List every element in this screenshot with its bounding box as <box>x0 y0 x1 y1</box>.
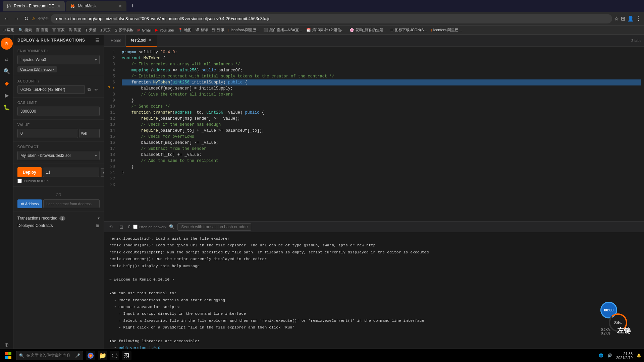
at-address-button[interactable]: At Address <box>17 199 42 208</box>
account-select[interactable]: 0x042...eDFcd (42 ether) <box>17 85 85 94</box>
tab-metamask[interactable]: 🦊 MetaMask ✕ <box>66 1 126 11</box>
bookmark-baixia[interactable]: 百百家 <box>52 27 65 33</box>
deploy-inline-dropdown[interactable]: ▾ <box>101 168 104 177</box>
bookmark-nba[interactable]: ⬛黑白直播—NBA直... <box>263 27 302 33</box>
contract-label: CONTRACT <box>17 145 100 149</box>
gas-limit-input[interactable] <box>17 107 100 116</box>
account-button[interactable]: 👤 <box>627 15 634 22</box>
sidebar-icon-solidity[interactable]: ◆ <box>1 78 12 88</box>
environment-info-icon[interactable]: ℹ <box>47 49 49 53</box>
back-button[interactable]: ← <box>3 14 11 23</box>
address-input[interactable] <box>51 14 612 23</box>
bookmark-search[interactable]: 🔍搜索 <box>18 27 32 33</box>
bookmark-star-button[interactable]: ☆ <box>614 15 619 22</box>
forward-button[interactable]: → <box>13 14 21 23</box>
status-circle-label: 00:00 <box>604 308 613 312</box>
bookmark-iconfont2[interactable]: IIconfont-阿里巴... <box>431 27 462 33</box>
deployed-contracts-delete-icon[interactable]: 🗑 <box>96 223 100 228</box>
publish-ipfs-checkbox[interactable] <box>17 179 22 183</box>
taskbar-icon-browser[interactable] <box>86 351 95 360</box>
tab-remix[interactable]: ⟨/⟩ Remix - Ethereum IDE ✕ <box>3 1 65 11</box>
line-numbers: 1 2 3 4 5 6 7 • 8 9 10 11 12 13 14 15 16… <box>104 47 119 221</box>
editor-tab-file[interactable]: test2.sol ✕ <box>126 35 157 47</box>
terminal-area: ⟲ ⊡ 0 listen on network 🔍 remix.loadgist… <box>104 221 644 362</box>
environment-select[interactable]: Injected Web3 <box>17 55 100 64</box>
editor-tabs: Home test2.sol ✕ 2 tabs <box>104 35 644 47</box>
listen-network-label[interactable]: listen on network <box>133 225 167 229</box>
bookmark-info[interactable]: 资资讯 <box>212 27 224 33</box>
terminal-clear-button[interactable]: ⟲ <box>107 224 115 230</box>
bookmark-tianmao[interactable]: T天猫 <box>85 27 96 33</box>
terminal-line-blank2 <box>109 284 639 290</box>
taskbar-search-box[interactable]: 🔍 在这里输入你搜索的内容 🎤 <box>16 351 83 360</box>
network-badge: Custom (15) network <box>17 66 57 72</box>
publish-ipfs-label[interactable]: Publish to IPFS <box>24 179 49 183</box>
deploy-panel-header: DEPLOY & RUN TRANSACTIONS ☰ <box>13 35 104 46</box>
transactions-row[interactable]: Transactions recorded 1 ▾ <box>17 215 100 222</box>
file-tab-close[interactable]: ✕ <box>148 38 152 43</box>
editor-tab-home[interactable]: Home <box>107 35 126 47</box>
remix-logo: R <box>1 38 13 50</box>
account-info-icon[interactable]: ℹ <box>38 79 39 83</box>
bookmark-icon-dl[interactable]: ⊡图标下载-ICON(S... <box>390 27 427 33</box>
speed-down: 0.2K/s <box>601 331 610 335</box>
unit-select[interactable]: wei gwei ether <box>79 129 100 138</box>
transactions-expand-icon[interactable]: ▾ <box>98 216 100 221</box>
sidebar-icon-deploy[interactable]: ▶ <box>1 90 12 101</box>
deploy-panel-menu-icon[interactable]: ☰ <box>95 38 100 43</box>
extensions-button[interactable]: ⊞ <box>621 15 625 22</box>
deploy-inline-input[interactable] <box>43 168 99 177</box>
terminal-toolbar: ⟲ ⊡ 0 listen on network 🔍 <box>104 222 644 232</box>
start-button[interactable] <box>3 350 13 361</box>
bookmark-gmail[interactable]: MGmail <box>138 28 152 32</box>
bookmark-flower[interactable]: 🌸花狗_阿你的生活... <box>350 27 386 33</box>
terminal-search-input[interactable] <box>177 223 251 231</box>
terminal-line-execute: remix.execute(filepath): Run the script … <box>109 249 639 255</box>
reload-button[interactable]: ↻ <box>23 14 30 23</box>
taskbar-icon-folder[interactable]: 📁 <box>98 351 107 360</box>
taskbar-notification-icon[interactable]: 🔔 <box>637 353 641 358</box>
deploy-button[interactable]: Deploy <box>17 167 42 177</box>
address-bar: ← → ↻ ⚠ 不安全 ☆ ⊞ 👤 ⋮ <box>0 12 644 25</box>
terminal-stop-button[interactable]: ⊡ <box>117 224 125 230</box>
taskbar-time: 21:38 2021/2/19 <box>616 352 633 360</box>
bookmark-apps[interactable]: ⊞应用 <box>3 27 14 33</box>
contract-select[interactable]: MyToken - browser/test2.sol <box>17 151 100 160</box>
metamask-tab-close[interactable]: ✕ <box>118 3 122 9</box>
bookmark-iconfont1[interactable]: IIconfont-阿里巴... <box>228 27 259 33</box>
bookmark-map[interactable]: 📍地图 <box>178 27 192 33</box>
bookmark-jd[interactable]: J京东 <box>100 27 111 33</box>
code-line-6: /* Initializes contract with initial sup… <box>122 73 641 79</box>
terminal-line-input: - Input a script directly in the command… <box>109 311 639 317</box>
menu-button[interactable]: ⋮ <box>636 15 641 22</box>
sidebar-icon-search[interactable]: 🔍 <box>1 66 12 76</box>
new-tab-button[interactable]: + <box>128 3 137 10</box>
account-copy-button[interactable]: ⧉ <box>86 85 92 94</box>
at-address-input[interactable] <box>43 199 100 208</box>
sidebar-icon-home[interactable]: ⌂ <box>1 54 12 64</box>
sidebar-icon-debug[interactable]: 🐛 <box>1 102 12 113</box>
app-layout: R ⌂ 🔍 ◆ ▶ 🐛 ⊕ ⚙ DEPLOY & RUN TRANSACTION… <box>0 35 644 362</box>
bookmark-youtube[interactable]: ▶YouTube <box>155 28 174 32</box>
remix-tab-close[interactable]: ✕ <box>57 3 61 9</box>
bookmark-suning[interactable]: S苏宁易购 <box>115 27 133 33</box>
bookmark-baidu[interactable]: 百百度 <box>36 27 48 33</box>
environment-select-wrapper: Injected Web3 ▾ <box>17 55 100 64</box>
bookmark-week13[interactable]: 📅第13周-计+2;进信-... <box>306 27 345 33</box>
bookmark-translate[interactable]: 译翻译 <box>196 27 208 33</box>
code-line-21: // Add the same to the recipient <box>122 158 641 164</box>
svg-rect-0 <box>5 352 8 355</box>
bookmark-taobao[interactable]: 淘淘宝 <box>69 27 81 33</box>
value-input[interactable] <box>17 129 78 138</box>
terminal-line-use: You can use this terminal to: <box>109 290 639 296</box>
taskbar-icon-terminal[interactable]: 〈_〉 <box>110 351 119 360</box>
terminal-line-loadgist: remix.loadgist(id): Load a gist in the f… <box>109 236 639 242</box>
taskbar-icon-photos[interactable]: 🖼 <box>122 351 131 360</box>
code-content[interactable]: pragma solidity ^0.4.0; contract MyToken… <box>119 47 644 221</box>
svg-rect-1 <box>8 352 11 355</box>
terminal-search-button[interactable]: 🔍 <box>169 224 175 229</box>
listen-network-checkbox[interactable] <box>133 225 138 229</box>
account-edit-button[interactable]: ✏ <box>93 86 100 94</box>
account-label: ACCOUNT ℹ <box>17 79 100 83</box>
terminal-line-blank1 <box>109 270 639 276</box>
